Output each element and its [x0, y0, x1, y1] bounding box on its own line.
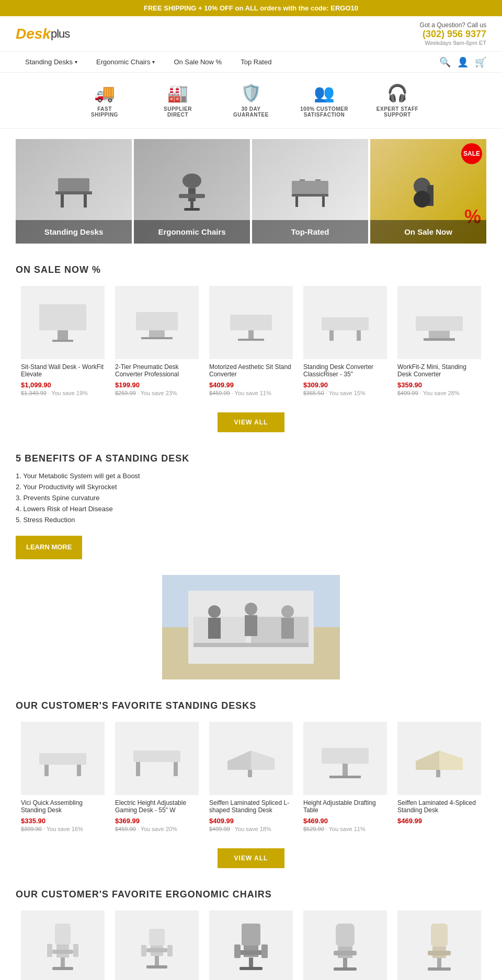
product-original-price: $259.99: [115, 390, 136, 396]
product-savings: · You save 18%: [230, 826, 271, 832]
product-card[interactable]: Electric Height Adjustable Gaming Desk -…: [110, 717, 204, 838]
product-original-price: $499.99: [397, 390, 418, 396]
svg-rect-20: [52, 340, 73, 342]
chevron-down-icon: ▾: [152, 59, 155, 65]
product-card[interactable]: WorkFit-Z Mini, Standing Desk Converter …: [392, 281, 486, 402]
svg-point-40: [245, 603, 257, 615]
product-name: WorkFit-Z Mini, Standing Desk Converter: [397, 363, 481, 379]
svg-rect-59: [436, 770, 440, 777]
svg-rect-7: [190, 201, 193, 209]
product-card[interactable]: 2-Tier Pneumatic Desk Converter Professi…: [110, 281, 204, 402]
search-icon[interactable]: 🔍: [439, 56, 451, 68]
chair-image: [303, 910, 387, 980]
product-card[interactable]: Standing Desk Converter ClassicRiser - 3…: [298, 281, 392, 402]
svg-rect-47: [77, 765, 81, 776]
product-image: [397, 722, 481, 795]
svg-rect-39: [208, 618, 221, 639]
logo[interactable]: Deskplus: [16, 26, 70, 42]
cart-icon[interactable]: 🛒: [475, 56, 486, 68]
svg-rect-56: [329, 776, 361, 778]
favorite-chairs-grid: Onda Chairs - High Back Onda Chairs - Mi…: [0, 905, 502, 980]
svg-rect-72: [141, 945, 146, 956]
product-savings: · You save 15%: [324, 390, 366, 396]
product-image: [303, 286, 387, 359]
contact-phone[interactable]: (302) 956 9377: [420, 29, 486, 40]
contact-hours: Weekdays 9am-6pm ET: [420, 40, 486, 46]
product-image: [115, 722, 199, 795]
nav-standing-desks[interactable]: Standing Desks ▾: [16, 52, 87, 72]
on-sale-view-all-button[interactable]: VIEW ALL: [218, 412, 285, 432]
product-card[interactable]: Seiffen Laminated 4-Spliced Standing Des…: [392, 717, 486, 838]
chair-card[interactable]: Onda Chairs - High Back: [16, 905, 110, 980]
chevron-down-icon: ▾: [75, 59, 77, 65]
user-icon[interactable]: 👤: [457, 56, 469, 68]
svg-rect-53: [248, 770, 252, 777]
office-image: [162, 575, 340, 679]
product-name: Motorized Aesthetic Sit Stand Converter: [209, 363, 293, 379]
product-sale-price: $369.99: [115, 817, 199, 825]
nav-top-rated[interactable]: Top Rated: [231, 52, 281, 72]
chair-image: [209, 910, 293, 980]
category-top-rated-label: Top-Rated: [252, 220, 368, 244]
svg-point-17: [414, 191, 430, 207]
product-card[interactable]: Seiffen Laminated Spliced L-shaped Stand…: [204, 717, 298, 838]
chair-card[interactable]: Rise Ergonomic Chairs: [298, 905, 392, 980]
logo-plus: plus: [51, 27, 70, 41]
svg-rect-29: [357, 330, 361, 341]
truck-icon: 🚚: [94, 83, 115, 103]
product-name: Electric Height Adjustable Gaming Desk -…: [115, 799, 199, 815]
chair-image: [21, 910, 105, 980]
category-on-sale[interactable]: SALE % On Sale Now: [370, 139, 486, 244]
nav-icons: 🔍 👤 🛒: [439, 56, 486, 68]
svg-rect-12: [292, 181, 328, 194]
svg-rect-60: [55, 924, 71, 944]
chair-card[interactable]: Genie Flex® Chairs: [392, 905, 486, 980]
svg-rect-89: [437, 958, 441, 969]
logo-desk: Desk: [16, 26, 51, 42]
nav-ergonomic-chairs[interactable]: Ergonomic Chairs ▾: [87, 52, 164, 72]
product-name: 2-Tier Pneumatic Desk Converter Professi…: [115, 363, 199, 379]
svg-rect-80: [261, 944, 268, 958]
feature-fast-shipping: 🚚 FASTSHIPPING: [68, 83, 141, 118]
list-item: 5. Stress Reduction: [16, 514, 486, 525]
svg-rect-6: [179, 194, 205, 198]
svg-rect-37: [251, 617, 309, 643]
product-card[interactable]: Sit-Stand Wall Desk - WorkFit Elevate $1…: [16, 281, 110, 402]
product-name: Height Adjustable Drafting Table: [303, 799, 387, 815]
nav-on-sale[interactable]: On Sale Now %: [164, 52, 231, 72]
category-ergonomic-chairs[interactable]: Ergonomic Chairs: [134, 139, 250, 244]
chair-card[interactable]: Run II Chairs - High Back: [204, 905, 298, 980]
product-name: Seiffen Laminated 4-Spliced Standing Des…: [397, 799, 481, 815]
svg-rect-76: [239, 950, 263, 955]
product-original-price: $499.99: [209, 826, 230, 832]
on-sale-heading: ON SALE NOW %: [0, 254, 502, 281]
product-card[interactable]: Height Adjustable Drafting Table $469.90…: [298, 717, 392, 838]
product-card[interactable]: Motorized Aesthetic Sit Stand Converter …: [204, 281, 298, 402]
svg-rect-77: [249, 958, 253, 968]
product-original-price: $459.99: [209, 390, 230, 396]
product-sale-price: $1,099.90: [21, 381, 105, 389]
product-card[interactable]: Vici Quick Assembling Standing Desk $335…: [16, 717, 110, 838]
learn-more-button[interactable]: LEARN MORE: [16, 536, 82, 559]
svg-rect-28: [329, 330, 334, 341]
top-banner: FREE SHIPPING + 10% OFF on ALL orders wi…: [0, 0, 502, 16]
product-sale-price: $199.90: [115, 381, 199, 389]
svg-rect-70: [155, 956, 159, 966]
product-image: [209, 722, 293, 795]
svg-rect-30: [416, 316, 463, 331]
favorite-desks-view-all-button[interactable]: VIEW ALL: [218, 848, 285, 868]
svg-rect-10: [295, 197, 298, 207]
svg-rect-19: [58, 330, 68, 341]
product-sale-price: $409.99: [209, 381, 293, 389]
product-image: [397, 286, 481, 359]
users-icon: 👥: [314, 83, 335, 103]
favorite-chairs-heading: OUR CUSTOMER'S FAVORITE ERGONOMIC CHAIRS: [0, 879, 502, 905]
headset-icon: 🎧: [387, 83, 408, 103]
category-top-rated[interactable]: Top-Rated: [252, 139, 368, 244]
chair-card[interactable]: Onda Chairs - Mid Back: [110, 905, 204, 980]
svg-rect-88: [428, 951, 451, 955]
category-grid: Standing Desks Ergonomic Chairs Top-Rate…: [0, 129, 502, 254]
svg-rect-66: [73, 944, 78, 957]
category-standing-desks[interactable]: Standing Desks: [16, 139, 132, 244]
nav-links: Standing Desks ▾ Ergonomic Chairs ▾ On S…: [16, 52, 439, 72]
